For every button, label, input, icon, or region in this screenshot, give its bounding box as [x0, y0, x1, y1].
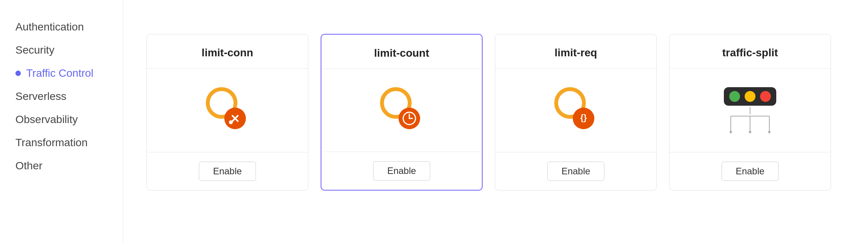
card-action-row-traffic-split: Enable [670, 152, 831, 190]
sidebar-item-authentication[interactable]: Authentication [15, 15, 123, 39]
sidebar-item-label: Serverless [15, 90, 66, 103]
card-icon-row-limit-count [321, 69, 482, 152]
sidebar-item-label: Authentication [15, 21, 84, 33]
card-limit-req[interactable]: limit-req {} Enable [495, 34, 657, 191]
sidebar-item-label: Observability [15, 113, 78, 126]
signal-yellow [745, 91, 755, 102]
enable-button-limit-conn[interactable]: Enable [199, 162, 256, 181]
limit-conn-icon [202, 84, 252, 136]
card-icon-row-limit-req: {} [495, 69, 656, 152]
sidebar-item-label: Security [15, 44, 54, 56]
sidebar-item-observability[interactable]: Observability [15, 108, 123, 131]
card-action-row-limit-req: Enable [495, 152, 656, 190]
card-icon-row-traffic-split [670, 69, 831, 152]
app-layout: AuthenticationSecurityTraffic ControlSer… [0, 0, 868, 243]
svg-text:{}: {} [580, 113, 587, 122]
enable-button-limit-count[interactable]: Enable [373, 161, 431, 181]
card-title-traffic-split: traffic-split [670, 34, 831, 69]
sidebar-item-label: Traffic Control [26, 67, 93, 79]
sidebar-item-transformation[interactable]: Transformation [15, 131, 123, 154]
traffic-split-icon [724, 87, 776, 133]
enable-button-limit-req[interactable]: Enable [547, 162, 605, 181]
card-limit-count[interactable]: limit-count Enable [321, 34, 483, 191]
svg-marker-15 [729, 131, 732, 133]
card-icon-row-limit-conn [147, 69, 308, 152]
sidebar-item-security[interactable]: Security [15, 39, 123, 62]
svg-marker-16 [749, 131, 752, 133]
card-title-limit-req: limit-req [495, 34, 656, 69]
svg-point-2 [229, 120, 233, 124]
card-limit-conn[interactable]: limit-conn Enable [146, 34, 308, 191]
cards-grid: limit-conn Enablelimit-count [146, 34, 845, 191]
sidebar-item-other[interactable]: Other [15, 154, 123, 177]
sidebar-item-serverless[interactable]: Serverless [15, 85, 123, 108]
limit-count-icon [377, 84, 427, 136]
card-title-limit-conn: limit-conn [147, 34, 308, 69]
split-lines [727, 107, 773, 133]
signal-green [729, 91, 740, 102]
sidebar: AuthenticationSecurityTraffic ControlSer… [0, 0, 123, 243]
card-traffic-split[interactable]: traffic-split [669, 34, 831, 191]
traffic-split-icon [724, 87, 776, 133]
card-action-row-limit-conn: Enable [147, 152, 308, 190]
limit-req-icon: {} [551, 84, 601, 136]
signal-box [724, 87, 776, 106]
sidebar-item-label: Other [15, 160, 42, 172]
signal-red [760, 91, 771, 102]
main-content: limit-conn Enablelimit-count [123, 0, 868, 243]
card-title-limit-count: limit-count [321, 35, 482, 69]
sidebar-item-label: Transformation [15, 137, 87, 149]
active-dot-icon [15, 71, 21, 76]
sidebar-item-traffic-control[interactable]: Traffic Control [15, 62, 123, 85]
card-action-row-limit-count: Enable [321, 152, 482, 190]
svg-marker-17 [768, 131, 771, 133]
enable-button-traffic-split[interactable]: Enable [722, 162, 779, 181]
